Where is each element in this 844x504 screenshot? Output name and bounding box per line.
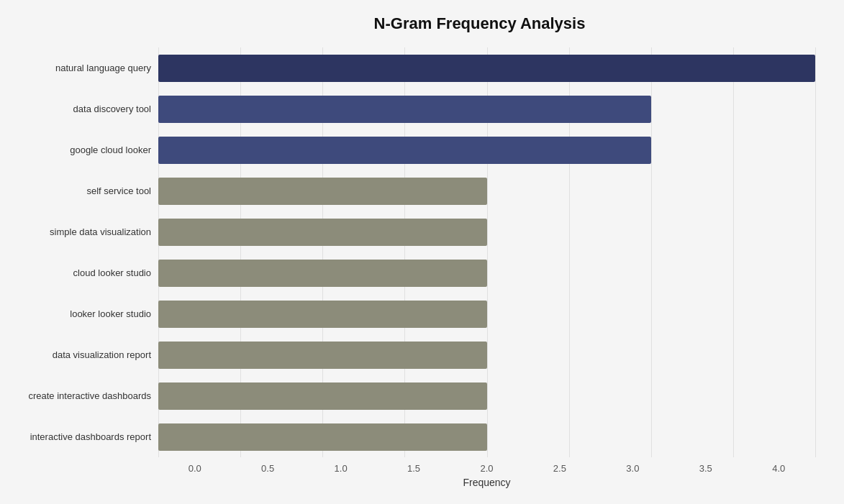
chart-inner: natural language querydata discovery too…	[14, 47, 815, 457]
y-axis-label: interactive dashboards report	[14, 416, 158, 457]
bar	[158, 219, 487, 246]
y-axis-label: cloud looker studio	[14, 252, 158, 293]
bar	[158, 423, 487, 451]
y-axis-label: simple data visualization	[14, 211, 158, 252]
x-tick: 2.0	[450, 463, 523, 474]
x-tick: 1.0	[304, 463, 377, 474]
bar	[158, 55, 815, 82]
bar	[158, 260, 487, 287]
x-tick: 0.5	[231, 463, 304, 474]
bar	[158, 178, 487, 205]
bars-and-grid	[158, 47, 815, 457]
bar	[158, 301, 487, 328]
y-axis-label: self service tool	[14, 170, 158, 211]
chart-area: natural language querydata discovery too…	[14, 47, 815, 451]
x-tick: 2.5	[523, 463, 596, 474]
bar	[158, 382, 487, 410]
bar-row	[158, 378, 815, 414]
bar-row	[158, 132, 815, 168]
x-tick: 3.0	[596, 463, 669, 474]
x-tick: 0.0	[158, 463, 231, 474]
bars-wrapper	[158, 47, 815, 457]
bar-row	[158, 91, 815, 127]
y-axis-label: google cloud looker	[14, 129, 158, 170]
bar-row	[158, 173, 815, 209]
y-axis-label: create interactive dashboards	[14, 375, 158, 416]
chart-container: N-Gram Frequency Analysis natural langua…	[0, 0, 844, 504]
bar	[158, 137, 651, 164]
x-tick: 4.0	[743, 463, 815, 474]
x-axis: 0.00.51.01.52.02.53.03.54.0	[14, 463, 815, 474]
grid-line	[815, 47, 816, 457]
x-axis-label: Frequency	[14, 477, 815, 488]
bar-row	[158, 255, 815, 291]
bar	[158, 342, 487, 369]
bar-row	[158, 50, 815, 86]
bar-row	[158, 419, 815, 455]
y-axis-labels: natural language querydata discovery too…	[14, 47, 158, 457]
y-axis-label: natural language query	[14, 47, 158, 88]
bar-row	[158, 337, 815, 373]
chart-title: N-Gram Frequency Analysis	[14, 14, 815, 33]
bar-row	[158, 296, 815, 332]
y-axis-label: data visualization report	[14, 334, 158, 375]
x-tick: 1.5	[377, 463, 450, 474]
bar-row	[158, 214, 815, 250]
x-tick: 3.5	[669, 463, 742, 474]
y-axis-label: data discovery tool	[14, 88, 158, 129]
bar	[158, 96, 651, 123]
y-axis-label: looker looker studio	[14, 293, 158, 334]
